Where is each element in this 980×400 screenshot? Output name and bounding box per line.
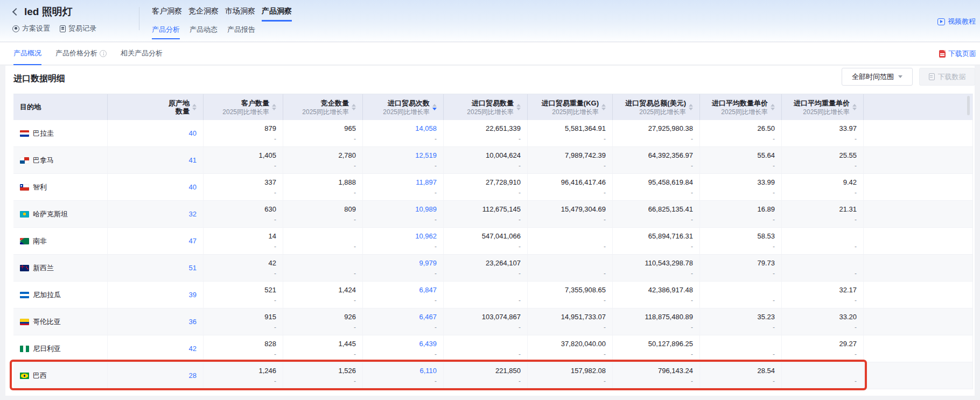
origin-count-link[interactable]: 47	[189, 236, 197, 245]
origin-count-link[interactable]: 41	[189, 156, 197, 165]
sort-desc-icon[interactable]	[432, 108, 437, 110]
column-header-进口贸易次数[interactable]: 进口贸易次数2025同比增长率	[363, 94, 444, 120]
sort-desc-icon[interactable]	[192, 108, 197, 110]
sort-icons[interactable]	[352, 104, 356, 110]
sort-icons[interactable]	[272, 104, 276, 110]
sort-icons[interactable]	[689, 104, 693, 110]
value-cell-客户数量: 1,405-	[204, 147, 283, 173]
sort-icons[interactable]	[516, 104, 521, 110]
growth-rate-value: -	[706, 324, 775, 331]
column-header-origin-count[interactable]: 原产地 数量	[108, 94, 204, 120]
origin-count-link[interactable]: 39	[189, 290, 197, 299]
trade-count-link[interactable]: 6,110	[369, 366, 437, 375]
section-title: 进口数据明细	[13, 73, 65, 85]
value-cell-客户数量: 1,246-	[204, 362, 283, 389]
sort-desc-icon[interactable]	[272, 108, 276, 110]
sort-asc-icon[interactable]	[352, 104, 356, 107]
sort-desc-icon[interactable]	[771, 108, 775, 110]
analysis-tab-产品价格分析[interactable]: 产品价格分析	[55, 43, 107, 65]
trade-count-link[interactable]: 6,439	[369, 339, 437, 348]
sort-icons[interactable]	[432, 104, 437, 110]
column-header-进口平均数量单价[interactable]: 进口平均数量单价2025同比增长率	[700, 94, 782, 120]
growth-rate-value: -	[450, 162, 521, 170]
sort-asc-icon[interactable]	[432, 104, 437, 107]
table-row-巴西: 巴西281,246-1,526-6,110-221,850-157,982.08…	[13, 362, 972, 389]
value-cell-进口平均重量单价: 33.20-	[782, 308, 864, 335]
growth-subheader: 2025同比增长率	[222, 109, 269, 116]
value-cell-进口贸易次数: 11,897-	[363, 174, 444, 200]
sort-desc-icon[interactable]	[689, 108, 693, 110]
trade-count-link[interactable]: 6,847	[369, 285, 437, 294]
sub-tab-产品报告[interactable]: 产品报告	[227, 25, 255, 39]
sort-asc-icon[interactable]	[852, 104, 857, 107]
trade-count-link[interactable]: 14,058	[369, 124, 437, 133]
download-page-link[interactable]: 下载页面	[939, 43, 976, 65]
sort-asc-icon[interactable]	[601, 104, 606, 107]
trade-count-link[interactable]: 10,989	[369, 205, 437, 214]
origin-count-link[interactable]: 36	[189, 317, 197, 326]
column-header-进口贸易总额(美元)[interactable]: 进口贸易总额(美元)2025同比增长率	[613, 94, 700, 120]
origin-count-link[interactable]: 51	[189, 263, 197, 272]
time-range-dropdown[interactable]: 全部时间范围	[842, 68, 913, 86]
origin-count-link[interactable]: 42	[189, 344, 197, 353]
country-name: 巴拉圭	[33, 129, 54, 138]
trade-records-label: 贸易记录	[68, 24, 96, 33]
plan-settings-button[interactable]: 方案设置	[12, 24, 50, 33]
sort-asc-icon[interactable]	[272, 104, 276, 107]
country-name: 南非	[33, 236, 47, 246]
sort-icons[interactable]	[601, 104, 606, 110]
back-icon[interactable]	[12, 8, 20, 16]
column-header-竞企数量[interactable]: 竞企数量2025同比增长率	[283, 94, 363, 120]
secondary-nav: 产品概况产品价格分析相关产品分析 下载页面	[0, 43, 980, 65]
sub-tab-产品分析[interactable]: 产品分析	[152, 25, 180, 39]
column-header-进口平均重量单价[interactable]: 进口平均重量单价2025同比增长率	[782, 94, 864, 120]
sort-asc-icon[interactable]	[516, 104, 521, 107]
sort-icons[interactable]	[852, 104, 857, 110]
sort-desc-icon[interactable]	[352, 108, 356, 110]
sort-asc-icon[interactable]	[771, 104, 775, 107]
main-tab-产品洞察[interactable]: 产品洞察	[262, 6, 292, 22]
cell-value: 58.53	[706, 231, 775, 241]
trade-count-link[interactable]: 12,519	[369, 151, 437, 160]
origin-count-link[interactable]: 32	[189, 209, 197, 219]
cell-value: 50,127,896.25	[619, 339, 693, 348]
table-scrollbar-thumb[interactable]	[967, 96, 970, 115]
sort-desc-icon[interactable]	[852, 108, 857, 110]
sort-desc-icon[interactable]	[516, 108, 521, 110]
trade-count-link[interactable]: 10,962	[369, 231, 437, 241]
column-header-进口贸易数量[interactable]: 进口贸易数量2025同比增长率	[444, 94, 528, 120]
sort-icons[interactable]	[192, 104, 197, 110]
column-header-进口贸易重量(KG)[interactable]: 进口贸易重量(KG)2025同比增长率	[528, 94, 613, 120]
country-name: 巴西	[33, 371, 47, 381]
origin-count-link[interactable]: 28	[189, 371, 197, 380]
trade-records-button[interactable]: 贸易记录	[60, 24, 96, 33]
origin-count-link[interactable]: 40	[189, 183, 197, 192]
growth-rate-value: -	[619, 324, 693, 331]
sub-tab-产品动态[interactable]: 产品动态	[190, 25, 218, 39]
video-tutorial-link[interactable]: 视频教程	[937, 17, 976, 26]
value-cell-进口贸易次数: 6,110-	[363, 362, 444, 389]
trade-count-link[interactable]: 11,897	[369, 178, 437, 187]
cell-value: 118,875,480.89	[619, 312, 693, 321]
analysis-tab-产品概况[interactable]: 产品概况	[13, 43, 41, 65]
sort-asc-icon[interactable]	[689, 104, 693, 107]
column-header-客户数量[interactable]: 客户数量2025同比增长率	[204, 94, 283, 120]
main-tab-客户洞察[interactable]: 客户洞察	[152, 6, 182, 22]
sort-icons[interactable]	[771, 104, 775, 110]
sub-tab-bar: 产品分析产品动态产品报告	[152, 25, 255, 39]
main-tab-市场洞察[interactable]: 市场洞察	[225, 6, 255, 22]
trade-count-link[interactable]: 6,467	[369, 312, 437, 321]
column-header-destination: 目的地	[13, 94, 108, 120]
value-cell-进口贸易总额(美元): 796,143.24-	[613, 362, 700, 389]
country-name: 智利	[33, 183, 47, 192]
growth-rate-value: -	[619, 270, 693, 277]
sort-asc-icon[interactable]	[192, 104, 197, 107]
analysis-tab-相关产品分析[interactable]: 相关产品分析	[121, 43, 163, 65]
growth-rate-value: -	[210, 135, 276, 143]
download-data-button[interactable]: 下载数据	[919, 68, 975, 86]
sort-desc-icon[interactable]	[601, 108, 606, 110]
origin-count-link[interactable]: 40	[189, 129, 197, 138]
cell-value	[788, 231, 857, 241]
trade-count-link[interactable]: 9,979	[369, 258, 437, 268]
main-tab-竞企洞察[interactable]: 竞企洞察	[188, 6, 219, 22]
